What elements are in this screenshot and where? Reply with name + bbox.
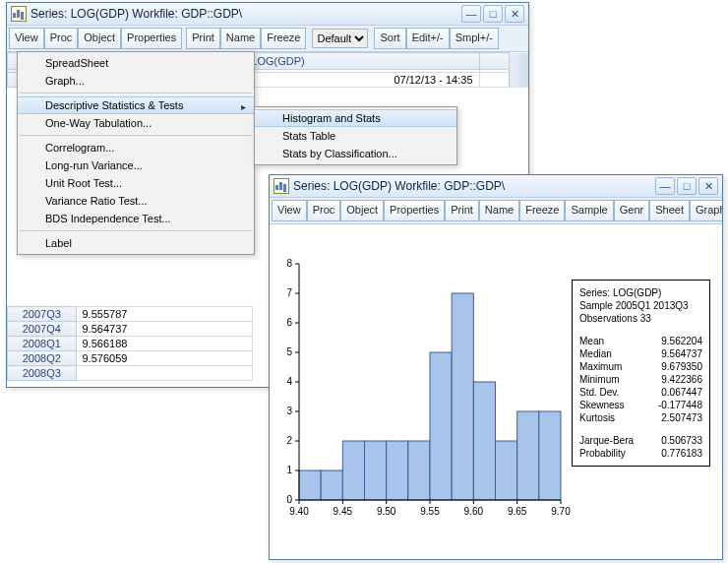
svg-rect-32 (299, 470, 321, 500)
maximize-button[interactable]: □ (677, 177, 697, 195)
stat-val: 2.507473 (661, 411, 702, 424)
data-cell[interactable] (76, 366, 253, 381)
svg-text:9.55: 9.55 (420, 506, 440, 517)
row-header[interactable]: 2007Q3 (8, 307, 77, 322)
row-header[interactable]: 2008Q2 (8, 351, 77, 366)
menu-bds-independence-test[interactable]: BDS Independence Test... (18, 210, 254, 227)
name-button[interactable]: Name (220, 28, 261, 49)
svg-text:0: 0 (286, 494, 292, 505)
name-button[interactable]: Name (479, 200, 519, 221)
column-header-blank (479, 53, 509, 70)
properties-button[interactable]: Properties (121, 28, 182, 49)
submenu-stats-table[interactable]: Stats Table (255, 127, 456, 145)
edit-toggle-button[interactable]: Edit+/- (406, 28, 450, 49)
stat-key: Jarque-Bera (579, 434, 634, 447)
svg-rect-33 (321, 470, 342, 500)
svg-rect-34 (342, 441, 364, 500)
menu-long-run-variance[interactable]: Long-run Variance... (18, 156, 254, 174)
view-button[interactable]: View (9, 28, 44, 49)
properties-button[interactable]: Properties (384, 200, 445, 221)
svg-text:3: 3 (286, 406, 292, 416)
genr-button[interactable]: Genr (614, 200, 649, 221)
descriptive-stats-submenu: Histogram and Stats Stats Table Stats by… (254, 106, 457, 165)
series-icon (273, 178, 289, 194)
vertical-scrollbar[interactable] (510, 53, 528, 88)
svg-rect-36 (387, 441, 408, 500)
menu-descriptive-stats[interactable]: Descriptive Statistics & Tests▸ (18, 96, 254, 114)
row-header[interactable]: 2008Q1 (8, 337, 77, 351)
stat-val: 9.564737 (661, 347, 702, 360)
series-icon (11, 6, 27, 22)
stats-series: Series: LOG(GDP) (579, 286, 702, 299)
sort-button[interactable]: Sort (374, 28, 405, 49)
stats-observations: Observations 33 (579, 312, 702, 325)
stat-val: 0.776183 (661, 447, 702, 460)
object-button[interactable]: Object (78, 28, 121, 49)
svg-rect-39 (452, 293, 473, 500)
submenu-histogram-stats[interactable]: Histogram and Stats (255, 109, 456, 127)
stat-val: 9.422366 (661, 373, 702, 386)
menu-item-label: Descriptive Statistics & Tests (45, 99, 183, 111)
stat-key: Mean (579, 335, 604, 347)
submenu-stats-by-classification[interactable]: Stats by Classification... (255, 145, 456, 162)
svg-rect-35 (365, 441, 387, 500)
view-button[interactable]: View (272, 200, 307, 221)
sample-button[interactable]: Sample (565, 200, 613, 221)
histogram-chart: 0123456789.409.459.509.559.609.659.70 (266, 254, 571, 549)
menu-spreadsheet[interactable]: SpreadSheet (18, 54, 254, 72)
menu-separator (20, 93, 252, 94)
svg-text:9.65: 9.65 (508, 506, 527, 517)
toolbar: View Proc Object Properties Print Name F… (270, 198, 722, 224)
window-title: Series: LOG(GDP) Workfile: GDP::GDP\ (293, 179, 655, 193)
svg-text:9.60: 9.60 (464, 506, 484, 517)
svg-text:9.40: 9.40 (289, 506, 309, 517)
menu-label[interactable]: Label (18, 234, 254, 252)
stats-sample: Sample 2005Q1 2013Q3 (579, 299, 702, 312)
print-button[interactable]: Print (186, 28, 220, 49)
proc-button[interactable]: Proc (44, 28, 79, 49)
titlebar[interactable]: Series: LOG(GDP) Workfile: GDP::GDP\ — □… (270, 175, 722, 198)
svg-rect-37 (408, 441, 430, 500)
menu-correlogram[interactable]: Correlogram... (18, 139, 254, 156)
svg-text:4: 4 (286, 376, 292, 387)
svg-text:5: 5 (286, 346, 292, 357)
graph-button[interactable]: Graph (690, 200, 722, 221)
menu-unit-root-test[interactable]: Unit Root Test... (18, 174, 254, 192)
stat-key: Median (579, 347, 612, 360)
svg-text:6: 6 (286, 317, 292, 328)
print-button[interactable]: Print (445, 200, 479, 221)
svg-text:9.45: 9.45 (334, 506, 353, 517)
series-window-histogram: Series: LOG(GDP) Workfile: GDP::GDP\ — □… (269, 174, 723, 560)
freeze-button[interactable]: Freeze (261, 28, 306, 49)
menu-separator (20, 230, 252, 231)
stat-val: -0.177448 (658, 399, 702, 411)
minimize-button[interactable]: — (655, 177, 675, 195)
proc-button[interactable]: Proc (307, 200, 341, 221)
svg-text:7: 7 (286, 287, 292, 298)
data-cell[interactable]: 9.564737 (76, 322, 253, 337)
smpl-toggle-button[interactable]: Smpl+/- (450, 28, 499, 49)
menu-one-way-tabulation[interactable]: One-Way Tabulation... (18, 114, 254, 132)
mode-select[interactable]: Default (312, 29, 368, 48)
close-button[interactable]: ✕ (505, 5, 524, 23)
svg-text:9.70: 9.70 (551, 506, 571, 517)
row-header[interactable]: 2008Q3 (8, 366, 77, 381)
svg-text:1: 1 (286, 465, 292, 475)
stat-key: Probability (579, 447, 626, 460)
titlebar[interactable]: Series: LOG(GDP) Workfile: GDP::GDP\ — □… (7, 3, 528, 26)
data-cell[interactable]: 9.555787 (76, 307, 253, 322)
freeze-button[interactable]: Freeze (519, 200, 565, 221)
close-button[interactable]: ✕ (698, 177, 718, 195)
svg-text:2: 2 (286, 435, 292, 446)
menu-graph[interactable]: Graph... (18, 72, 254, 90)
menu-variance-ratio-test[interactable]: Variance Ratio Test... (18, 192, 254, 210)
stat-key: Skewness (579, 399, 625, 411)
data-cell[interactable]: 9.576059 (76, 351, 253, 366)
stat-val: 9.679350 (661, 360, 702, 373)
data-cell[interactable]: 9.566188 (76, 337, 253, 351)
maximize-button[interactable]: □ (483, 5, 503, 23)
minimize-button[interactable]: — (461, 5, 481, 23)
object-button[interactable]: Object (340, 200, 384, 221)
sheet-button[interactable]: Sheet (649, 200, 690, 221)
row-header[interactable]: 2007Q4 (8, 322, 77, 337)
